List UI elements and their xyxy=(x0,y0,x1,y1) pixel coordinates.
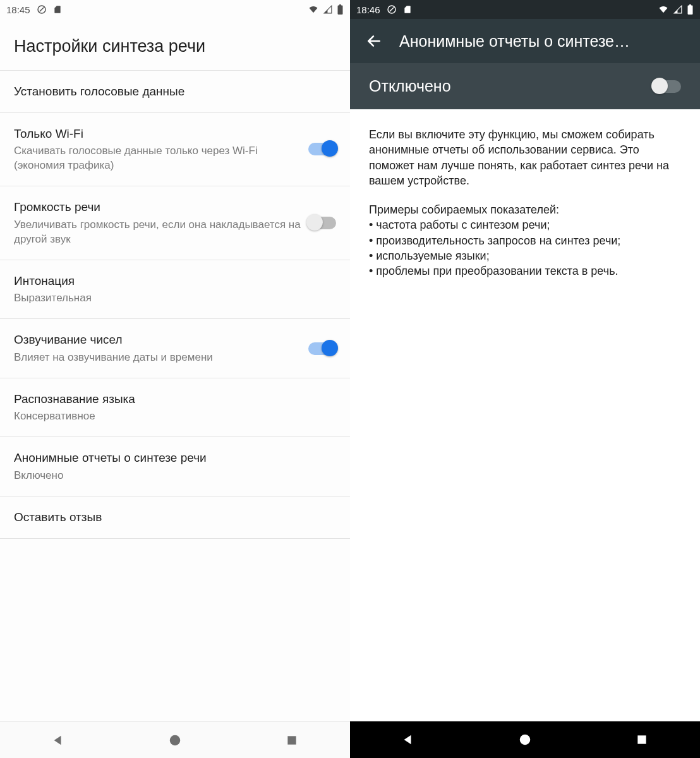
battery-icon xyxy=(337,4,344,15)
dnd-icon xyxy=(37,4,47,15)
row-subtitle: Выразительная xyxy=(14,291,329,306)
nav-recents-button[interactable] xyxy=(267,734,317,747)
master-toggle-switch[interactable] xyxy=(653,80,681,93)
navbar-left xyxy=(0,721,350,758)
row-title: Интонация xyxy=(14,273,329,289)
row-title: Оставить отзыв xyxy=(14,509,329,526)
svg-line-1 xyxy=(39,8,44,12)
dnd-icon xyxy=(387,4,397,15)
statusbar-left: 18:45 xyxy=(0,0,350,19)
row-speech-volume[interactable]: Громкость речи Увеличивать громкость реч… xyxy=(0,186,350,260)
svg-rect-12 xyxy=(637,735,646,743)
wifi-icon xyxy=(658,5,669,14)
appbar-title: Анонимные отчеты о синтезе… xyxy=(399,32,690,51)
row-subtitle: Включено xyxy=(14,469,329,483)
row-subtitle: Увеличивать громкость речи, если она нак… xyxy=(14,218,301,247)
navbar-right xyxy=(350,721,700,758)
nav-back-button[interactable] xyxy=(383,733,433,747)
description-body: Если вы включите эту функцию, мы сможем … xyxy=(350,109,700,721)
right-screen: 18:46 Анонимные отчеты о синтезе… Отключ… xyxy=(350,0,700,758)
row-title: Установить голосовые данные xyxy=(14,83,329,100)
row-intonation[interactable]: Интонация Выразительная xyxy=(0,260,350,319)
row-subtitle: Консервативное xyxy=(14,409,329,424)
status-time: 18:46 xyxy=(356,4,380,15)
master-toggle-row[interactable]: Отключено xyxy=(350,63,700,109)
row-wifi-only[interactable]: Только Wi-Fi Скачивать голосовые данные … xyxy=(0,112,350,186)
wifi-only-switch[interactable] xyxy=(308,143,336,155)
row-subtitle: Скачивать голосовые данные только через … xyxy=(14,144,301,173)
status-time: 18:45 xyxy=(6,4,30,15)
svg-rect-5 xyxy=(287,736,296,744)
svg-rect-8 xyxy=(688,6,693,15)
row-title: Громкость речи xyxy=(14,199,301,215)
settings-list: Установить голосовые данные Только Wi-Fi… xyxy=(0,70,350,721)
svg-rect-3 xyxy=(339,4,341,6)
signal-icon xyxy=(673,5,683,14)
number-voicing-switch[interactable] xyxy=(308,342,336,355)
svg-point-11 xyxy=(520,735,531,745)
battery-icon xyxy=(687,4,694,15)
bullet-item: • проблемы при преобразовании текста в р… xyxy=(369,263,681,279)
row-number-voicing[interactable]: Озвучивание чисел Влияет на озвучивание … xyxy=(0,318,350,378)
row-leave-feedback[interactable]: Оставить отзыв xyxy=(0,496,350,538)
bullet-item: • частота работы с синтезом речи; xyxy=(369,217,681,232)
speech-volume-switch[interactable] xyxy=(308,217,336,229)
row-subtitle: Влияет на озвучивание даты и времени xyxy=(14,351,301,365)
row-title: Распознавание языка xyxy=(14,391,329,407)
appbar: Анонимные отчеты о синтезе… xyxy=(350,19,700,63)
back-button[interactable] xyxy=(360,33,388,49)
wifi-icon xyxy=(308,5,319,14)
master-toggle-label: Отключено xyxy=(369,77,653,95)
bullets-intro: Примеры собираемых показателей: xyxy=(369,202,681,217)
description-paragraph: Если вы включите эту функцию, мы сможем … xyxy=(369,127,681,188)
statusbar-right: 18:46 xyxy=(350,0,700,19)
sd-card-icon xyxy=(403,4,412,15)
svg-rect-2 xyxy=(338,6,343,15)
left-screen: 18:45 Настройки синтеза речи Установить … xyxy=(0,0,350,758)
nav-home-button[interactable] xyxy=(150,733,200,747)
svg-line-7 xyxy=(389,8,394,12)
row-install-voice-data[interactable]: Установить голосовые данные xyxy=(0,70,350,112)
row-title: Анонимные отчеты о синтезе речи xyxy=(14,450,329,466)
nav-home-button[interactable] xyxy=(500,733,550,747)
page-title: Настройки синтеза речи xyxy=(0,19,350,70)
signal-icon xyxy=(323,5,333,14)
svg-rect-9 xyxy=(689,4,691,6)
bullet-item: • используемые языки; xyxy=(369,248,681,263)
sd-card-icon xyxy=(53,4,62,15)
bullet-item: • производительность запросов на синтез … xyxy=(369,233,681,248)
row-anonymous-reports[interactable]: Анонимные отчеты о синтезе речи Включено xyxy=(0,436,350,496)
nav-recents-button[interactable] xyxy=(617,733,667,746)
row-title: Озвучивание чисел xyxy=(14,332,301,348)
row-language-detection[interactable]: Распознавание языка Консервативное xyxy=(0,378,350,437)
svg-point-4 xyxy=(170,735,181,745)
nav-back-button[interactable] xyxy=(33,733,83,747)
row-title: Только Wi-Fi xyxy=(14,126,301,142)
